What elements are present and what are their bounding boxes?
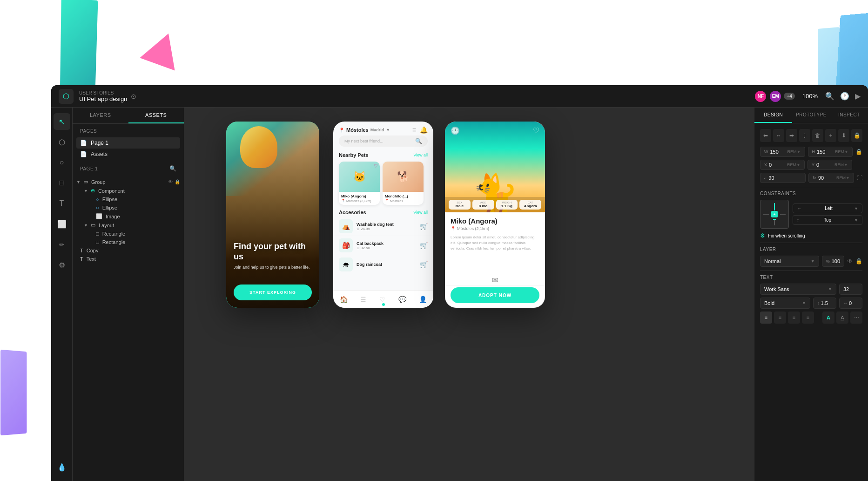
height-field[interactable]: H 150 REM ▼ (808, 147, 853, 157)
align-bottom-btn[interactable]: ⬇ (838, 129, 849, 142)
h-value: 150 (817, 149, 835, 155)
layer-text[interactable]: T Text (73, 255, 184, 263)
layer-lock-icon[interactable]: 🔒 (175, 179, 180, 184)
delete-btn[interactable]: 🗑 (812, 129, 823, 142)
layer-copy[interactable]: T Copy (73, 246, 184, 255)
text-tool[interactable]: T (54, 195, 70, 212)
layer-lock-icon-2[interactable]: 🔒 (855, 258, 862, 264)
lock-wh-icon[interactable]: 🔒 (855, 147, 862, 157)
pen-tool[interactable]: ✏ (54, 236, 70, 253)
drip-tool[interactable]: 💧 (54, 459, 70, 475)
image-tool[interactable]: ⬜ (54, 216, 70, 232)
assets-page-item[interactable]: 📄 Assets (76, 149, 180, 160)
layer-eye-icon[interactable]: 👁 (847, 258, 853, 264)
align-center-h-btn[interactable]: ↔ (773, 129, 784, 142)
group-chevron: ▼ (76, 180, 81, 184)
horizontal-constraint[interactable]: ↔ Left ▼ (793, 203, 862, 213)
phone2-view-all-2[interactable]: View all (413, 210, 428, 215)
accessory-item-1[interactable]: ⛺ Washable dog tent ⊕ 24.99 🛒 (333, 217, 433, 236)
layer-layout[interactable]: ▼ ▭ Layout (73, 221, 184, 230)
align-left-btn[interactable]: ⬅ (760, 129, 771, 142)
cart-icon-1[interactable]: 🛒 (420, 223, 428, 230)
component-tool[interactable]: ○ (54, 154, 70, 171)
design-tab[interactable]: DESIGN (754, 108, 792, 123)
phone3-adopt-btn[interactable]: ADOPT NOW (451, 287, 539, 303)
page-1-item[interactable]: 📄 Page 1 (76, 137, 180, 149)
layer-eye-icon[interactable]: 👁 (168, 179, 173, 184)
clock-icon[interactable]: 🕐 (451, 126, 460, 135)
cart-icon-2[interactable]: 🛒 (420, 242, 428, 249)
component-chevron: ▼ (84, 189, 88, 193)
opacity-field[interactable]: % 100 (822, 256, 844, 267)
assets-tab[interactable]: ASSETS (128, 108, 184, 123)
cart-icon-3[interactable]: 🛒 (420, 261, 428, 268)
layer-image[interactable]: ⬜ Image (73, 212, 184, 221)
rectangle-tool[interactable]: □ (54, 175, 70, 191)
y-field[interactable]: Y 0 REM ▼ (807, 160, 852, 170)
accessory-item-2[interactable]: 🎒 Cat backpack ⊕ 32.50 🛒 (333, 236, 433, 255)
corner-field[interactable]: ⌐ 90 (760, 173, 806, 183)
project-chevron[interactable]: ⊙ (131, 93, 136, 100)
nav-chat-icon[interactable]: 💬 (398, 296, 406, 303)
zoom-level[interactable]: 100% (802, 93, 818, 100)
font-size-field[interactable]: 32 (839, 284, 862, 295)
nav-heart-icon[interactable]: ♡ (379, 296, 385, 303)
phone3-divider (445, 285, 545, 285)
select-tool[interactable]: ↖ (54, 113, 70, 130)
lock-aspect-btn[interactable]: 🔒 (851, 129, 862, 142)
layers-tab[interactable]: LAYERS (73, 108, 128, 123)
canvas-area[interactable]: Find your pet with us Join and help us t… (184, 108, 754, 481)
layer-rect-2[interactable]: □ Rectangle (73, 238, 184, 246)
font-family-dropdown[interactable]: Work Sans ▼ (760, 284, 836, 295)
accessory-item-3[interactable]: 🌧 Dog raincoat 🛒 (333, 255, 433, 274)
layer-ellipse-1[interactable]: ○ Ellipse (73, 195, 184, 203)
mail-icon[interactable]: ✉ (492, 276, 498, 285)
page-1-label: Page 1 (91, 140, 108, 146)
nav-home-icon[interactable]: 🏠 (340, 296, 348, 303)
text-stroke-btn[interactable]: A (836, 312, 848, 324)
inspect-tab[interactable]: INSPECT (830, 108, 868, 123)
layer-group[interactable]: ▼ ▭ Group 👁 🔒 (73, 177, 184, 186)
heart-icon-3[interactable]: ♡ (533, 126, 539, 135)
fullscreen-icon[interactable]: ⛶ (857, 173, 862, 183)
search-layers-icon[interactable]: 🔍 (169, 165, 176, 172)
layer-component[interactable]: ▼ ⊕ Component (73, 186, 184, 195)
search-icon[interactable]: 🔍 (825, 92, 834, 101)
align-right-btn[interactable]: ➡ (786, 129, 797, 142)
phone2-view-all-1[interactable]: View all (413, 153, 428, 157)
prototype-tab[interactable]: PROTOTYPE (792, 108, 830, 123)
x-field[interactable]: X 0 REM ▼ (760, 160, 805, 170)
wh-fields: W 150 REM ▼ H 150 REM ▼ (760, 147, 862, 157)
font-style-dropdown[interactable]: Bold ▼ (760, 298, 810, 309)
align-right-text-btn[interactable]: ≡ (788, 312, 800, 324)
line-height-field[interactable]: ↕ 1.5 (813, 298, 836, 309)
nav-list-icon[interactable]: ☰ (360, 296, 366, 303)
filter-icon[interactable]: ≡ (412, 126, 416, 134)
pet-card-2[interactable]: 🐕 Monchito (...) 📍 Móstoles (383, 162, 424, 205)
plugin-tool[interactable]: ⚙ (54, 257, 70, 273)
phone2-search[interactable]: My next best friend... 🔍 (339, 135, 428, 147)
align-columns-btn[interactable]: ⫿ (799, 129, 810, 142)
layer-mode-dropdown[interactable]: Normal ▼ (760, 256, 819, 267)
play-icon[interactable]: ▶ (855, 92, 861, 101)
history-icon[interactable]: 🕐 (840, 92, 849, 101)
vertical-constraint[interactable]: ↕ Top ▼ (793, 215, 862, 225)
pet-card-1[interactable]: 🐱 ♡ Miko (Angora) 📍 Móstoles (2,1km) (339, 162, 380, 205)
add-btn[interactable]: + (825, 129, 836, 142)
layer-controls: Normal ▼ % 100 👁 🔒 (760, 256, 862, 267)
phone1-cta-btn[interactable]: START EXPLORING (234, 285, 312, 300)
bell-icon[interactable]: 🔔 (420, 126, 428, 134)
layer-rect-1[interactable]: □ Rectangle (73, 230, 184, 238)
align-center-text-btn[interactable]: ≡ (774, 312, 786, 324)
text-more-btn[interactable]: ⋯ (850, 312, 862, 324)
align-left-text-btn[interactable]: ≡ (760, 312, 772, 324)
width-field[interactable]: W 150 REM ▼ (760, 147, 805, 157)
rotation-field[interactable]: ↻ 90 REM ▼ (808, 173, 854, 183)
nav-profile-icon[interactable]: 👤 (419, 296, 427, 303)
rect1-icon: □ (96, 231, 99, 237)
text-color-btn[interactable]: A (822, 312, 834, 324)
align-justify-text-btn[interactable]: ≡ (802, 312, 814, 324)
layer-ellipse-2[interactable]: ○ Ellipse (73, 203, 184, 212)
letter-spacing-field[interactable]: ↔ 0 (839, 298, 862, 309)
frame-tool[interactable]: ⬡ (54, 134, 70, 150)
